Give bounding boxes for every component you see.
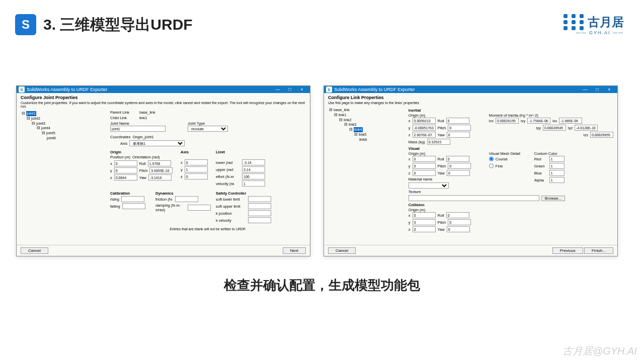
col-roll[interactable] (446, 212, 469, 218)
limit-effort[interactable] (242, 173, 265, 179)
pos-y[interactable] (114, 167, 137, 173)
minimize-icon[interactable]: — (272, 87, 284, 92)
vis-z[interactable] (413, 170, 436, 176)
limit-lower[interactable] (242, 159, 265, 165)
tree-item[interactable]: joint3 (36, 121, 45, 126)
safe-lower[interactable] (248, 196, 271, 202)
ori-roll[interactable] (148, 160, 171, 166)
limit-upper[interactable] (242, 166, 265, 172)
col-pitch[interactable] (448, 219, 471, 225)
tree-item[interactable]: link2 (344, 118, 351, 122)
axis-x[interactable] (185, 159, 208, 165)
close-icon[interactable]: × (603, 87, 615, 92)
mass-input[interactable] (427, 139, 450, 145)
origin-z[interactable] (413, 132, 436, 138)
previous-button[interactable]: Previous (552, 247, 583, 254)
tree-item-selected[interactable]: joint1 (26, 111, 36, 116)
app-logo-icon: S (15, 14, 36, 35)
panel-heading: Configure Joint Properties (21, 95, 306, 100)
origin-roll[interactable] (446, 118, 469, 124)
safe-upper[interactable] (248, 203, 271, 209)
app-icon: S (19, 86, 25, 93)
tree-item-selected[interactable]: link4 (354, 127, 362, 132)
tree-item[interactable]: joint4 (41, 126, 50, 130)
cancel-button[interactable]: Cancel (328, 247, 356, 254)
tree-item[interactable]: joint5 (46, 131, 55, 135)
tree-item[interactable]: link1 (339, 113, 346, 117)
minimize-icon[interactable]: — (579, 87, 591, 92)
iyz[interactable] (575, 125, 598, 131)
link-tree[interactable]: ⊟ base_link ⊟ link1 ⊟ link2 ⊟ link3 ⊟ li… (328, 107, 405, 233)
col-y[interactable] (413, 219, 436, 225)
brand-logo: 古月居 —— GYH.AI —— (564, 14, 624, 35)
cal-falling[interactable] (122, 203, 145, 209)
safe-kvel[interactable] (248, 217, 271, 223)
vis-x[interactable] (413, 156, 436, 162)
ori-yaw[interactable] (148, 174, 172, 180)
tree-item[interactable]: link6 (359, 137, 367, 142)
color-green[interactable] (549, 163, 565, 169)
cancel-button[interactable]: Cancel (21, 247, 48, 254)
link-config-window: S SolidWorks Assembly to URDF Exporter —… (324, 85, 618, 256)
joint-config-window: S SolidWorks Assembly to URDF Exporter —… (16, 85, 310, 256)
color-red[interactable] (549, 156, 565, 162)
color-alpha[interactable] (549, 177, 565, 183)
joint-type-select[interactable]: revolute (188, 126, 228, 132)
axis-select[interactable]: 基准轴1 (129, 140, 185, 146)
col-yaw[interactable] (447, 226, 470, 232)
safe-kpos[interactable] (248, 210, 271, 216)
tree-item[interactable]: joint2 (31, 116, 40, 121)
axis-y[interactable] (185, 166, 208, 172)
brand-grid-icon (564, 14, 584, 30)
origin-pitch[interactable] (448, 125, 471, 131)
window-title: SolidWorks Assembly to URDF Exporter (27, 87, 107, 92)
ori-pitch[interactable] (149, 167, 173, 173)
col-x[interactable] (413, 212, 436, 218)
origin-y[interactable] (413, 125, 436, 131)
titlebar: S SolidWorks Assembly to URDF Exporter —… (324, 86, 617, 93)
dyn-friction[interactable] (175, 196, 198, 202)
ixz[interactable] (559, 118, 582, 124)
limit-velocity[interactable] (242, 180, 265, 187)
note-text: Entries that are blank will not be writt… (110, 227, 306, 231)
mesh-fine-radio[interactable] (489, 163, 494, 169)
material-select[interactable] (409, 183, 449, 189)
app-icon: S (326, 86, 332, 93)
window-title: SolidWorks Assembly to URDF Exporter (334, 87, 415, 92)
texture-input[interactable] (409, 195, 539, 201)
vis-pitch[interactable] (448, 163, 471, 169)
joint-tree[interactable]: ⊟ joint1 ⊟ joint2 ⊟ joint3 ⊟ joint4 ⊟ jo… (21, 110, 106, 231)
pos-z[interactable] (114, 174, 137, 180)
izz[interactable] (590, 132, 613, 138)
vis-yaw[interactable] (447, 170, 470, 176)
col-z[interactable] (413, 226, 436, 232)
panel-heading: Configure Link Properties (328, 95, 613, 100)
close-icon[interactable]: × (296, 87, 308, 92)
iyy[interactable] (543, 125, 566, 131)
axis-z[interactable] (185, 173, 208, 179)
color-blue[interactable] (549, 170, 565, 176)
origin-yaw[interactable] (447, 132, 470, 138)
cal-rising[interactable] (121, 196, 144, 202)
joint-name-input[interactable] (110, 126, 166, 132)
tree-item[interactable]: link3 (349, 122, 356, 127)
maximize-icon[interactable]: □ (284, 87, 296, 92)
vis-y[interactable] (413, 163, 436, 169)
finish-button[interactable]: Finish... (584, 247, 613, 254)
ixx[interactable] (496, 118, 519, 124)
next-button[interactable]: Next (283, 247, 306, 254)
tree-item[interactable]: base_link (334, 108, 350, 112)
browse-button[interactable]: Browse... (541, 196, 565, 201)
titlebar: S SolidWorks Assembly to URDF Exporter —… (17, 86, 310, 93)
tree-item[interactable]: joint6 (47, 136, 56, 140)
panel-subtext: Customize the joint properties. If you w… (21, 101, 306, 108)
origin-x[interactable] (413, 118, 436, 124)
mesh-course-radio[interactable] (489, 156, 494, 162)
watermark: 古月居@GYH.AI (562, 344, 637, 358)
pos-x[interactable] (114, 160, 137, 166)
vis-roll[interactable] (446, 156, 469, 162)
dyn-damping[interactable] (188, 205, 211, 211)
tree-item[interactable]: link5 (359, 132, 366, 137)
ixy[interactable] (527, 118, 550, 124)
maximize-icon[interactable]: □ (591, 87, 603, 92)
